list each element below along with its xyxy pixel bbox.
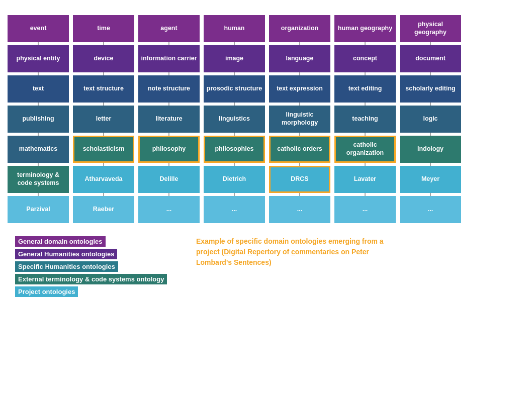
node-text-structure[interactable]: text structure bbox=[73, 75, 134, 103]
legend-area: General domain ontologiesGeneral Humanit… bbox=[5, 228, 527, 297]
node-organization[interactable]: organization bbox=[269, 15, 330, 42]
node-note-structure[interactable]: note structure bbox=[138, 75, 200, 103]
node-dots5[interactable]: ... bbox=[400, 196, 461, 223]
node-indology[interactable]: indology bbox=[400, 136, 461, 163]
legend-label-2: Specific Humanities ontologies bbox=[15, 261, 118, 272]
node-lavater[interactable]: Lavater bbox=[334, 166, 396, 193]
legend-label-3: External terminology & code systems onto… bbox=[15, 274, 167, 284]
node-event[interactable]: event bbox=[8, 15, 69, 42]
node-parzival[interactable]: Parzival bbox=[8, 196, 69, 223]
legend-label-0: General domain ontologies bbox=[15, 236, 106, 247]
node-letter[interactable]: letter bbox=[73, 106, 134, 133]
node-text[interactable]: text bbox=[8, 75, 69, 103]
node-philosophies[interactable]: philosophies bbox=[204, 136, 265, 163]
row-0: eventtimeagenthumanorganizationhuman geo… bbox=[8, 15, 524, 42]
node-atharvaveda[interactable]: Atharvaveda bbox=[73, 166, 134, 193]
row-2: texttext structurenote structureprosodic… bbox=[8, 75, 524, 103]
legend: General domain ontologiesGeneral Humanit… bbox=[5, 236, 176, 297]
node-publishing[interactable]: publishing bbox=[8, 106, 69, 133]
node-physical-geography[interactable]: physical geography bbox=[400, 15, 461, 42]
node-dots3[interactable]: ... bbox=[269, 196, 330, 223]
node-agent[interactable]: agent bbox=[138, 15, 200, 42]
node-image[interactable]: image bbox=[204, 45, 265, 72]
legend-label-4: Project ontologies bbox=[15, 286, 78, 297]
node-prosodic-structure[interactable]: prosodic structure bbox=[204, 75, 265, 103]
node-raeber[interactable]: Raeber bbox=[73, 196, 134, 223]
node-mathematics[interactable]: mathematics bbox=[8, 136, 69, 163]
node-language[interactable]: language bbox=[269, 45, 330, 72]
node-human-geography[interactable]: human geography bbox=[334, 15, 396, 42]
main-container: eventtimeagenthumanorganizationhuman geo… bbox=[0, 0, 532, 302]
row-5: terminology & code systemsAtharvavedaDel… bbox=[8, 166, 524, 193]
node-philosophy[interactable]: philosophy bbox=[138, 136, 200, 163]
node-time[interactable]: time bbox=[73, 15, 134, 42]
node-delille[interactable]: Delille bbox=[138, 166, 200, 193]
node-literature[interactable]: literature bbox=[138, 106, 200, 133]
node-dots2[interactable]: ... bbox=[204, 196, 265, 223]
legend-item-1: General Humanities ontologies bbox=[15, 249, 176, 259]
legend-item-2: Specific Humanities ontologies bbox=[15, 261, 176, 272]
node-human[interactable]: human bbox=[204, 15, 265, 42]
example-paragraph: Example of specific domain ontologies em… bbox=[196, 236, 387, 268]
node-logic[interactable]: logic bbox=[400, 106, 461, 133]
node-information-carrier[interactable]: information carrier bbox=[138, 45, 200, 72]
legend-item-3: External terminology & code systems onto… bbox=[15, 274, 176, 284]
node-teaching[interactable]: teaching bbox=[334, 106, 396, 133]
node-catholic-orders[interactable]: catholic orders bbox=[269, 136, 330, 163]
node-document[interactable]: document bbox=[400, 45, 461, 72]
node-meyer[interactable]: Meyer bbox=[400, 166, 461, 193]
node-linguistics[interactable]: linguistics bbox=[204, 106, 265, 133]
row-4: mathematicsscholas­ticismphilosophyphilo… bbox=[8, 136, 524, 163]
node-physical-entity[interactable]: physical entity bbox=[8, 45, 69, 72]
row-3: publishingletterliteraturelinguisticslin… bbox=[8, 106, 524, 133]
node-terminology[interactable]: terminology & code systems bbox=[8, 166, 69, 193]
node-text-expression[interactable]: text expression bbox=[269, 75, 330, 103]
row-1: physical entitydeviceinformation carrier… bbox=[8, 45, 524, 72]
node-text-editing[interactable]: text editing bbox=[334, 75, 396, 103]
ontology-grid: eventtimeagenthumanorganizationhuman geo… bbox=[5, 10, 527, 228]
row-6: ParzivalRaeber............... bbox=[8, 196, 524, 223]
example-text: Example of specific domain ontologies em… bbox=[196, 236, 387, 268]
node-dots4[interactable]: ... bbox=[334, 196, 396, 223]
node-concept[interactable]: concept bbox=[334, 45, 396, 72]
rows-wrapper: eventtimeagenthumanorganizationhuman geo… bbox=[8, 15, 524, 223]
node-dots1[interactable]: ... bbox=[138, 196, 200, 223]
node-drcs[interactable]: DRCS bbox=[269, 166, 330, 193]
legend-label-1: General Humanities ontologies bbox=[15, 249, 117, 259]
node-linguistic-morphology[interactable]: linguistic morphology bbox=[269, 106, 330, 133]
node-catholic-organization[interactable]: catholic organization bbox=[334, 136, 396, 163]
legend-item-0: General domain ontologies bbox=[15, 236, 176, 247]
legend-item-4: Project ontologies bbox=[15, 286, 176, 297]
node-dietrich[interactable]: Dietrich bbox=[204, 166, 265, 193]
node-device[interactable]: device bbox=[73, 45, 134, 72]
node-scholarly-editing[interactable]: scholarly editing bbox=[400, 75, 461, 103]
node-scholasticism[interactable]: scholas­ticism bbox=[73, 136, 134, 163]
